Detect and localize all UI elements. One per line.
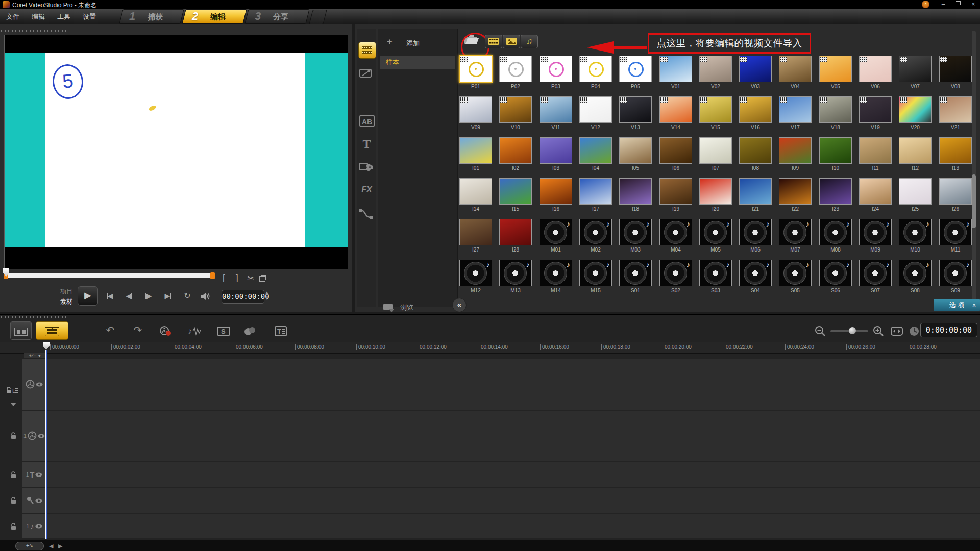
lock-ride-all-button[interactable]: E [5,386,18,394]
timecode-down-button[interactable]: ▼ [265,296,270,302]
home-button[interactable]: ◀ [101,290,118,302]
library-item-I18[interactable]: I18 [619,178,652,212]
library-item-V06[interactable]: V06 [859,56,892,89]
library-item-V11[interactable]: V11 [540,96,572,130]
library-item-I11[interactable]: I11 [859,137,892,171]
library-item-V05[interactable]: V05 [819,56,852,89]
overlay-track-area[interactable] [46,411,980,461]
trim-handle-right[interactable] [210,272,215,279]
repeat-button[interactable]: ↻ [179,290,196,302]
library-item-V08[interactable]: V08 [939,56,972,89]
library-item-S02[interactable]: ♪S02 [659,260,692,293]
library-item-I21[interactable]: I21 [739,178,772,212]
library-item-V16[interactable]: V16 [739,96,772,130]
library-item-I17[interactable]: I17 [579,178,612,212]
options-button[interactable]: 选 项 « [934,299,980,311]
title-track-area[interactable] [46,462,980,487]
library-item-S09[interactable]: ♪S09 [939,260,972,293]
library-item-I03[interactable]: I03 [540,137,572,171]
show-photos-button[interactable] [503,35,520,48]
browse-button[interactable]: 浏览 [378,300,457,315]
mark-out-button[interactable]: ] [236,273,238,283]
menu-item-0[interactable]: 文件 [6,9,19,24]
scroll-left-button[interactable]: ◀ [49,542,53,550]
library-item-V19[interactable]: V19 [859,96,892,130]
library-item-I02[interactable]: I02 [499,137,532,171]
library-item-M01[interactable]: ♪M01 [540,219,572,253]
library-item-P02[interactable]: P02 [499,56,532,89]
mark-in-button[interactable]: [ [223,273,225,283]
voice-track-header[interactable] [22,488,46,513]
minimize-button[interactable]: – [937,1,949,8]
scroll-right-button[interactable]: ▶ [58,542,62,550]
voice-track-area[interactable] [46,488,980,513]
library-item-I27[interactable]: I27 [459,219,492,253]
library-item-P03[interactable]: P03 [540,56,572,89]
library-item-V14[interactable]: V14 [659,96,692,130]
library-item-I16[interactable]: I16 [540,178,572,212]
library-item-V13[interactable]: V13 [619,96,652,130]
add-folder-button[interactable]: + 添加 [378,35,457,51]
library-item-V18[interactable]: V18 [819,96,852,130]
step-tab-捕获[interactable]: 1捕获 [121,9,182,24]
library-item-I19[interactable]: I19 [659,178,692,212]
title-icon[interactable]: T [359,137,375,152]
overlay-track-lock-button[interactable] [10,432,17,439]
media-icon[interactable] [358,42,376,59]
library-item-V01[interactable]: V01 [659,56,692,89]
music-track-area[interactable] [46,514,980,538]
library-item-M15[interactable]: ♪M15 [579,260,612,293]
library-item-V02[interactable]: V02 [699,56,732,89]
next-frame-button[interactable]: ▶ [140,290,157,302]
library-item-S06[interactable]: ♪S06 [819,260,852,293]
restore-button[interactable] [951,1,964,8]
library-item-V21[interactable]: V21 [939,96,972,130]
menu-item-2[interactable]: 工具 [57,9,70,24]
library-item-M04[interactable]: ♪M04 [659,219,692,253]
library-item-I15[interactable]: I15 [499,178,532,212]
title-track-lock-button[interactable] [10,471,17,479]
music-track-header[interactable]: 1♪ [22,514,46,538]
show-videos-button[interactable] [485,35,502,48]
library-item-S04[interactable]: ♪S04 [739,260,772,293]
library-scrollbar[interactable] [972,31,976,306]
show-audio-button[interactable]: ♫ [521,35,538,48]
library-scrollbar-thumb[interactable] [972,174,976,228]
import-media-button[interactable] [463,33,479,46]
library-item-I23[interactable]: I23 [819,178,852,212]
library-item-V09[interactable]: V09 [459,96,492,130]
library-item-I20[interactable]: I20 [699,178,732,212]
library-item-S08[interactable]: ♪S08 [899,260,932,293]
library-item-I08[interactable]: I08 [739,137,772,171]
motion-path-icon[interactable] [359,208,375,222]
folder-item-samples[interactable]: 样本 [380,56,455,69]
title-track-header[interactable]: 1T [22,462,46,487]
library-item-I13[interactable]: I13 [939,137,972,171]
library-item-M02[interactable]: ♪M02 [579,219,612,253]
library-item-I07[interactable]: I07 [699,137,732,171]
library-item-P01[interactable]: P01 [459,56,492,89]
close-button[interactable]: × [967,1,979,8]
instant-project-icon[interactable] [359,68,375,82]
expand-track-button[interactable] [10,403,16,406]
end-button[interactable]: ▶ [159,290,177,302]
library-item-I12[interactable]: I12 [899,137,932,171]
library-item-M11[interactable]: ♪M11 [939,219,972,253]
library-item-I28[interactable]: I28 [499,219,532,253]
music-track-lock-button[interactable] [10,523,17,530]
library-item-V03[interactable]: V03 [739,56,772,89]
scroll-track-button[interactable]: +∿ [15,542,44,550]
library-item-S03[interactable]: ♪S03 [699,260,732,293]
library-item-S01[interactable]: ♪S01 [619,260,652,293]
split-clip-button[interactable]: ✂ [247,273,254,284]
library-item-I10[interactable]: I10 [819,137,852,171]
video-track-area[interactable] [46,359,980,410]
library-item-S05[interactable]: ♪S05 [779,260,812,293]
library-item-S07[interactable]: ♪S07 [859,260,892,293]
menu-item-1[interactable]: 编辑 [32,9,45,24]
step-tab-分享[interactable]: 3分享 [247,9,308,24]
library-item-M12[interactable]: ♪M12 [459,260,492,293]
library-item-I25[interactable]: I25 [899,178,932,212]
step-tab-编辑[interactable]: 2编辑 [184,9,245,24]
library-item-I05[interactable]: I05 [619,137,652,171]
